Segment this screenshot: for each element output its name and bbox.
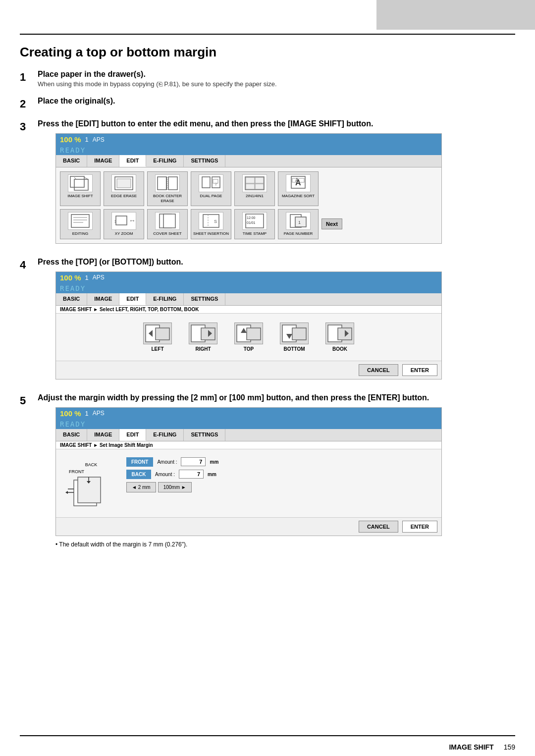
step-5-bold: Adjust the margin width by pressing the … <box>38 393 515 402</box>
edit-btn-sheetinsertion[interactable]: S SHEET INSERTION <box>191 209 231 239</box>
diagram-front-label: FRONT <box>69 469 118 474</box>
edit-btn-timestamp[interactable]: 12:00 01/01 TIME STAMP <box>234 209 275 239</box>
edit-btn-xyzoom[interactable]: ↔ ↕ XY ZOOM <box>104 209 144 239</box>
edit-grid-row1: IMAGE SHIFT EDGE ERASE <box>60 171 437 206</box>
panel2-nav-edit[interactable]: EDIT <box>119 293 146 305</box>
dir-label-right: RIGHT <box>195 346 211 352</box>
panel2-nav-basic[interactable]: BASIC <box>56 293 87 305</box>
dir-icon-book <box>325 323 354 344</box>
edit-btn-edgeerase[interactable]: EDGE ERASE <box>104 171 144 206</box>
next-button[interactable]: Next <box>321 218 342 229</box>
panel-3-subinfo-arrow: ► Set Image Shift Margin <box>93 442 153 448</box>
top-dir-svg <box>236 324 262 343</box>
panel-3-count: 1 <box>85 410 89 417</box>
dir-icon-left <box>143 323 172 344</box>
mm-buttons: ◄ 2 mm 100mm ► <box>126 482 433 492</box>
dir-icon-bottom <box>280 323 309 344</box>
btn-100mm[interactable]: 100mm ► <box>158 482 192 492</box>
edit-btn-2in1[interactable]: 2IN1/4IN1 <box>234 171 275 206</box>
dir-icon-right <box>189 323 217 344</box>
edit-btn-pagenumber-label: PAGE NUMBER <box>284 231 313 236</box>
front-row: FRONT Amount : 7 mm <box>126 457 433 467</box>
step-5: 5 Adjust the margin width by pressing th… <box>20 393 515 548</box>
step-5-content: Adjust the margin width by pressing the … <box>38 393 515 548</box>
panel-3-body: BACK FRONT <box>56 449 441 517</box>
xyzoom-svg: ↔ ↕ <box>113 213 135 229</box>
svg-rect-0 <box>70 176 84 187</box>
nav-efiling[interactable]: E-FILING <box>146 155 184 167</box>
panel-3-cancel-btn[interactable]: CANCEL <box>359 521 398 533</box>
panel3-nav-settings[interactable]: SETTINGS <box>184 429 225 441</box>
right-dir-svg <box>190 324 216 343</box>
front-label-btn[interactable]: FRONT <box>126 457 153 467</box>
imageshift-svg <box>69 175 91 191</box>
dir-btn-left[interactable]: LEFT <box>138 323 177 352</box>
timestamp-icon: 12:00 01/01 <box>242 212 267 230</box>
panel-3-enter-btn[interactable]: ENTER <box>402 521 437 533</box>
btn-2mm[interactable]: ◄ 2 mm <box>126 482 156 492</box>
xyzoom-icon: ↔ ↕ <box>111 212 136 230</box>
panel-3-subinfo-label: IMAGE SHIFT <box>60 442 92 448</box>
direction-panel: LEFT RIGHT <box>60 318 437 357</box>
edit-btn-editing[interactable]: EDITING <box>60 209 101 239</box>
panel-3-footer: CANCEL ENTER <box>56 517 441 536</box>
svg-text:A: A <box>295 177 299 183</box>
top-line <box>20 34 515 35</box>
panel-3-ready: READY <box>56 419 441 429</box>
edit-grid-row2: EDITING ↔ ↕ XY ZOOM <box>60 209 437 239</box>
magazinesort-icon: A A <box>286 174 311 192</box>
panel-2-nav: BASIC IMAGE EDIT E-FILING SETTINGS <box>56 293 441 306</box>
edit-btn-imageshift[interactable]: IMAGE SHIFT <box>60 171 101 206</box>
coversheet-svg <box>157 213 178 229</box>
panel2-nav-settings[interactable]: SETTINGS <box>184 293 225 305</box>
dir-btn-bottom[interactable]: BOTTOM <box>274 323 314 352</box>
dir-icon-top <box>234 323 263 344</box>
edit-btn-coversheet-label: COVER SHEET <box>153 231 181 236</box>
panel2-nav-image[interactable]: IMAGE <box>87 293 119 305</box>
back-label-btn[interactable]: BACK <box>126 470 151 479</box>
nav-settings[interactable]: SETTINGS <box>184 155 225 167</box>
svg-rect-10 <box>202 177 210 188</box>
margin-diagram-svg <box>64 475 108 507</box>
panel3-nav-edit[interactable]: EDIT <box>119 429 146 441</box>
edit-btn-magazinesort[interactable]: A A MAGAZINE SORT <box>278 171 319 206</box>
margin-diagram-area: BACK FRONT <box>64 457 118 509</box>
edit-btn-dualpage[interactable]: 2 DUAL PAGE <box>191 171 231 206</box>
nav-image[interactable]: IMAGE <box>87 155 119 167</box>
nav-basic[interactable]: BASIC <box>56 155 87 167</box>
panel-2-cancel-btn[interactable]: CANCEL <box>359 364 398 376</box>
edit-btn-magazinesort-label: MAGAZINE SORT <box>282 194 315 199</box>
book-dir-svg <box>327 324 353 343</box>
coversheet-icon <box>155 212 180 230</box>
nav-edit[interactable]: EDIT <box>119 155 146 167</box>
edit-btn-2in1-label: 2IN1/4IN1 <box>246 194 264 199</box>
step-2-bold: Place the original(s). <box>38 97 515 106</box>
panel3-nav-image[interactable]: IMAGE <box>87 429 119 441</box>
step-4-number: 4 <box>20 259 38 271</box>
edit-btn-coversheet[interactable]: COVER SHEET <box>147 209 188 239</box>
panel-3-aps: APS <box>93 410 105 417</box>
panel3-nav-basic[interactable]: BASIC <box>56 429 87 441</box>
svg-rect-48 <box>247 328 261 340</box>
editing-icon <box>68 212 93 230</box>
editing-svg <box>69 213 91 229</box>
panel3-nav-efiling[interactable]: E-FILING <box>146 429 184 441</box>
panel2-nav-efiling[interactable]: E-FILING <box>146 293 184 305</box>
step-5-number: 5 <box>20 394 38 407</box>
dir-btn-book[interactable]: BOOK <box>320 323 360 352</box>
edit-btn-pagenumber[interactable]: 1 PAGE NUMBER <box>278 209 319 239</box>
dir-btn-right[interactable]: RIGHT <box>183 323 223 352</box>
svg-text:↔: ↔ <box>129 216 135 224</box>
svg-rect-1 <box>74 179 88 190</box>
edit-btn-edgeerase-label: EDGE ERASE <box>111 194 137 199</box>
dir-btn-top[interactable]: TOP <box>229 323 268 352</box>
panel-1-aps: APS <box>93 136 105 143</box>
panel-2-ready: READY <box>56 283 441 293</box>
panel-2-subinfo-label: IMAGE SHIFT <box>60 307 92 312</box>
svg-rect-18 <box>255 184 264 189</box>
sheetinsertion-icon: S <box>199 212 223 230</box>
edit-btn-bookcenter[interactable]: BOOK CENTER ERASE <box>147 171 188 206</box>
step-3-number: 3 <box>20 120 38 133</box>
panel-2-enter-btn[interactable]: ENTER <box>402 364 437 376</box>
panel-3-percent: 100 % <box>60 409 81 418</box>
